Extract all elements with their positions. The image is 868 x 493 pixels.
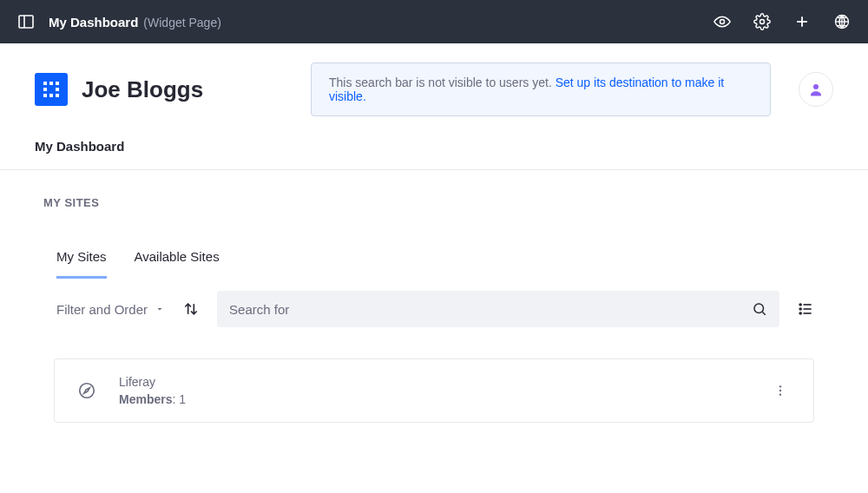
svg-point-22: [754, 304, 764, 313]
eye-icon[interactable]: [713, 13, 731, 30]
topbar: My Dashboard (Widget Page): [0, 0, 868, 43]
sort-arrows-icon: [182, 300, 200, 318]
app-logo[interactable]: [35, 73, 68, 106]
svg-point-2: [720, 20, 725, 24]
svg-rect-16: [43, 94, 47, 97]
page-title: Joe Bloggs: [82, 76, 203, 103]
user-avatar[interactable]: [799, 72, 833, 107]
search-input[interactable]: [229, 302, 752, 317]
filter-order-label: Filter and Order: [56, 302, 148, 317]
svg-rect-15: [56, 88, 59, 91]
globe-icon[interactable]: [833, 13, 851, 30]
compass-icon: [76, 379, 98, 402]
svg-point-3: [760, 20, 765, 24]
tab-my-sites[interactable]: My Sites: [56, 249, 107, 279]
svg-point-32: [779, 385, 781, 387]
caret-down-icon: [155, 304, 165, 314]
site-card[interactable]: Liferay Members: 1: [54, 358, 814, 423]
svg-point-30: [80, 384, 95, 398]
search-setup-notice: This search bar is not visible to users …: [311, 62, 771, 116]
sidebar-toggle-icon[interactable]: [17, 13, 35, 30]
toolbar: Filter and Order: [0, 279, 868, 334]
svg-point-19: [813, 84, 819, 89]
list-view-icon: [797, 300, 814, 318]
site-members-label: Members: [119, 392, 172, 406]
svg-point-34: [779, 393, 781, 395]
kebab-menu-icon[interactable]: [768, 378, 792, 403]
notice-text: This search bar is not visible to users …: [329, 76, 556, 89]
site-name: Liferay: [119, 375, 747, 389]
svg-rect-17: [49, 94, 53, 97]
page-header: Joe Bloggs This search bar is not visibl…: [0, 43, 868, 130]
search-field[interactable]: [217, 291, 779, 327]
topbar-title-group: My Dashboard (Widget Page): [49, 15, 221, 30]
breadcrumb: My Dashboard: [0, 130, 868, 170]
svg-rect-12: [49, 82, 53, 85]
section-heading: MY SITES: [0, 170, 868, 218]
svg-line-23: [762, 312, 765, 314]
topbar-title: My Dashboard: [49, 15, 138, 30]
topbar-left: My Dashboard (Widget Page): [17, 13, 221, 30]
svg-point-33: [779, 390, 781, 391]
svg-point-27: [799, 304, 801, 306]
breadcrumb-label[interactable]: My Dashboard: [35, 139, 124, 154]
topbar-subtitle: (Widget Page): [143, 16, 220, 30]
svg-rect-18: [56, 94, 59, 97]
sort-button[interactable]: [182, 300, 200, 318]
site-list: Liferay Members: 1: [0, 334, 868, 423]
svg-marker-31: [84, 388, 89, 393]
site-members-count: : 1: [172, 392, 186, 406]
svg-rect-14: [43, 88, 47, 91]
svg-rect-11: [43, 82, 47, 85]
svg-rect-0: [19, 16, 33, 28]
tab-available-sites[interactable]: Available Sites: [135, 249, 220, 279]
svg-point-29: [799, 312, 801, 314]
svg-point-28: [799, 308, 801, 310]
site-members: Members: 1: [119, 392, 747, 406]
svg-rect-13: [56, 82, 59, 85]
search-icon[interactable]: [752, 301, 767, 317]
tabs: My Sites Available Sites: [0, 218, 868, 279]
topbar-right: [713, 13, 851, 30]
plus-icon[interactable]: [793, 13, 811, 30]
gear-icon[interactable]: [753, 13, 771, 30]
site-info: Liferay Members: 1: [119, 375, 747, 406]
filter-order-button[interactable]: Filter and Order: [56, 302, 165, 317]
display-style-button[interactable]: [797, 300, 814, 318]
